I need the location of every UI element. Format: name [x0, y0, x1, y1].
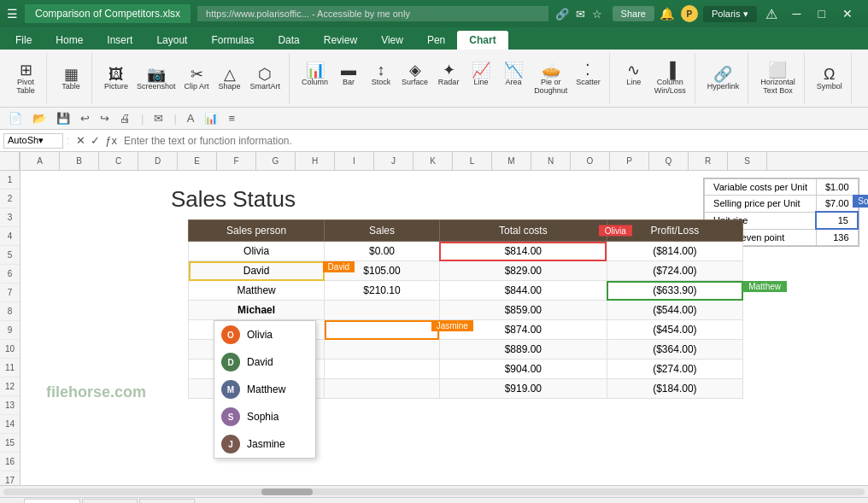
tab-pen[interactable]: Pen [415, 31, 457, 50]
qa-more[interactable]: ≡ [225, 110, 238, 126]
radar-chart-button[interactable]: ✦Radar [433, 61, 464, 97]
info-row-1: Variable costs per Unit $1.00 [705, 179, 858, 196]
qa-redo[interactable]: ↪ [97, 110, 113, 126]
cell-tom-profit[interactable]: ($274.00) [607, 360, 742, 379]
tab-data[interactable]: Data [266, 31, 311, 50]
star-icon[interactable]: ☆ [592, 8, 602, 20]
pie-chart-button[interactable]: 🥧Pie orDoughnut [531, 61, 571, 97]
tab-layout[interactable]: Layout [144, 31, 199, 50]
sheet-tab-3[interactable]: Sheet3 [139, 499, 195, 503]
cell-sophia-total[interactable]: $889.00 [439, 340, 607, 360]
qa-chart[interactable]: 📊 [201, 110, 221, 126]
sheet-area[interactable]: A B C D E F G H I J K L M N O P Q R S Sa… [21, 152, 868, 485]
cell-reference-input[interactable] [3, 133, 63, 149]
cell-matthew-sales[interactable]: $210.10 [325, 281, 440, 301]
smartart-button[interactable]: ⬡SmartArt [247, 65, 284, 92]
clipart-button[interactable]: ✂Clip Art [181, 65, 213, 92]
dropdown-item-david[interactable]: D David [214, 348, 315, 376]
window-controls: ─ □ ✕ [784, 7, 861, 20]
picture-button[interactable]: 🖼Picture [101, 65, 132, 92]
cell-michael-total[interactable]: $859.00 [439, 301, 607, 320]
qa-print[interactable]: 🖨 [116, 110, 134, 126]
add-sheet-button[interactable]: + [3, 498, 24, 504]
share-button[interactable]: Share [613, 6, 654, 21]
minimize-button[interactable]: ─ [784, 7, 810, 20]
cell-emma-profit[interactable]: ($184.00) [607, 379, 742, 399]
close-button[interactable]: ✕ [834, 7, 861, 20]
cell-matthew-total[interactable]: $844.00 [439, 281, 607, 301]
pivot-table-button[interactable]: ⊞PivotTable [10, 61, 41, 97]
cell-michael-profit[interactable]: ($544.00) [607, 301, 742, 320]
cell-jasmine-profit[interactable]: ($454.00) [607, 320, 742, 340]
tab-view[interactable]: View [369, 31, 415, 50]
cell-olivia-name[interactable]: Olivia [189, 242, 325, 261]
column-chart-button[interactable]: 📊Column [298, 61, 331, 97]
mail-icon[interactable]: ✉ [576, 8, 585, 20]
cell-tom-sales[interactable] [325, 360, 440, 379]
sparkline-col-button[interactable]: ▐ColumnWin/Loss [651, 61, 689, 97]
cell-olivia-profit[interactable]: ($814.00) [607, 242, 742, 261]
cell-olivia-total[interactable]: $814.00 [439, 242, 607, 261]
tab-insert[interactable]: Insert [95, 31, 144, 50]
screenshot-button[interactable]: 📷Screenshot [133, 65, 179, 92]
cell-olivia-sales[interactable]: $0.00 [325, 242, 440, 261]
qa-email[interactable]: ✉ [150, 110, 167, 126]
cell-emma-sales[interactable] [325, 379, 440, 399]
insert-function-icon[interactable]: ƒx [105, 134, 117, 147]
polaris-menu[interactable]: Polaris ▾ [703, 6, 757, 22]
tab-home[interactable]: Home [44, 31, 95, 50]
notification-icon[interactable]: 🔔 [660, 7, 674, 20]
dropdown-label-olivia: Olivia [247, 329, 273, 341]
scrollbar-track[interactable] [3, 488, 865, 495]
bar-chart-button[interactable]: ▬Bar [333, 61, 364, 97]
sparkline-line-button[interactable]: ∿Line [619, 61, 649, 97]
tab-file[interactable]: File [3, 31, 44, 50]
cell-matthew-profit[interactable]: ($633.90) Matthew [607, 281, 742, 301]
hamburger-menu[interactable]: ☰ [7, 7, 18, 20]
qa-new[interactable]: 📄 [5, 110, 26, 126]
sheet-tab-1[interactable]: Sheet1 [24, 499, 80, 503]
col-h: H [296, 152, 335, 170]
cell-sophia-profit[interactable]: ($364.00) [607, 340, 742, 360]
person-dropdown[interactable]: O Olivia D David M Matthew S Sophia [214, 320, 316, 459]
dropdown-item-olivia[interactable]: O Olivia [214, 321, 315, 348]
dropdown-item-matthew[interactable]: M Matthew [214, 376, 315, 403]
symbol-button[interactable]: ΩSymbol [813, 65, 846, 92]
cell-matthew-name[interactable]: Matthew [189, 281, 325, 301]
textbox-button[interactable]: ⬜HorizontalText Box [757, 61, 799, 97]
dropdown-item-sophia[interactable]: S Sophia [214, 403, 315, 430]
confirm-formula-icon[interactable]: ✓ [91, 134, 100, 147]
cell-tom-total[interactable]: $904.00 [439, 360, 607, 379]
stock-chart-button[interactable]: ↕Stock [366, 61, 396, 97]
qa-format[interactable]: A [184, 110, 198, 126]
surface-chart-button[interactable]: ◈Surface [398, 61, 431, 97]
cell-david-profit[interactable]: ($724.00) [607, 261, 742, 281]
scrollbar-thumb[interactable] [261, 488, 313, 495]
line-chart-button[interactable]: 📈Line [466, 61, 496, 97]
cell-david-total[interactable]: $829.00 [439, 261, 607, 281]
sheet-tab-2[interactable]: Sheet2 [82, 499, 138, 503]
dropdown-item-jasmine[interactable]: J Jasmine [214, 430, 315, 458]
tab-review[interactable]: Review [312, 31, 369, 50]
cell-michael-name[interactable]: Michael [189, 301, 325, 320]
link-icon[interactable]: 🔗 [555, 8, 569, 20]
qa-open[interactable]: 📂 [29, 110, 50, 126]
scatter-chart-button[interactable]: ⁚Scatter [572, 61, 604, 97]
qa-save[interactable]: 💾 [53, 110, 73, 126]
cell-david-name[interactable]: David David [189, 261, 325, 281]
table-button[interactable]: ▦Table [56, 65, 86, 92]
shape-button[interactable]: △Shape [214, 65, 245, 92]
cancel-formula-icon[interactable]: ✕ [76, 134, 85, 147]
cell-michael-sales[interactable] [325, 301, 440, 320]
cell-sophia-sales[interactable] [325, 340, 440, 360]
tab-chart[interactable]: Chart [457, 31, 507, 50]
hyperlink-button[interactable]: 🔗Hyperlink [704, 65, 743, 92]
horizontal-scrollbar[interactable] [0, 485, 868, 497]
tab-formulas[interactable]: Formulas [199, 31, 266, 50]
restore-button[interactable]: □ [810, 7, 834, 20]
area-chart-button[interactable]: 📉Area [498, 61, 529, 97]
formula-input[interactable] [124, 135, 865, 147]
cell-emma-total[interactable]: $919.00 [439, 379, 607, 399]
qa-undo[interactable]: ↩ [77, 110, 93, 126]
cell-jasmine-sales[interactable]: Jasmine [325, 320, 440, 340]
